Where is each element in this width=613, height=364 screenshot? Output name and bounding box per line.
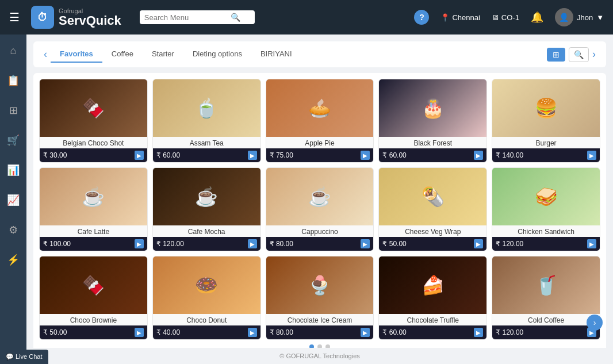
menu-item-name: Choco Brownie xyxy=(40,314,147,325)
add-to-cart-arrow[interactable]: ▶ xyxy=(361,151,370,160)
menu-item-price-bar: ₹ 50.00▶ xyxy=(40,325,147,339)
tabs-prev-button[interactable]: ‹ xyxy=(40,47,51,62)
menu-item-price-bar: ₹ 60.00▶ xyxy=(379,325,486,339)
sidebar-item-orders[interactable]: 📋 xyxy=(3,71,23,90)
menu-item-chocolate-truffle[interactable]: 🍰Chocolate Truffle₹ 60.00▶ xyxy=(378,256,487,340)
sidebar-item-charts[interactable]: 📈 xyxy=(3,190,23,210)
menu-item-price: ₹ 30.00 xyxy=(43,151,67,159)
tab-search-button[interactable]: 🔍 xyxy=(569,47,589,62)
footer-text: © GOFRUGAL Technologies xyxy=(279,352,360,359)
menu-item-cold-coffee[interactable]: 🥤Cold Coffee₹ 120.00▶ xyxy=(492,256,600,340)
menu-item-price: ₹ 75.00 xyxy=(270,151,293,159)
menu-item-apple-pie[interactable]: 🥧Apple Pie₹ 75.00▶ xyxy=(266,79,374,163)
add-to-cart-arrow[interactable]: ▶ xyxy=(587,151,596,160)
menu-item-price-bar: ₹ 120.00▶ xyxy=(492,237,600,251)
sidebar-item-cart[interactable]: 🛒 xyxy=(3,131,23,150)
menu-item-chicken-sandwich[interactable]: 🥪Chicken Sandwich₹ 120.00▶ xyxy=(492,167,600,251)
tabs-list: FavoritesCoffeeStarterDieting optionsBIR… xyxy=(51,46,301,63)
live-chat-icon: 💬 xyxy=(6,353,16,360)
menu-item-name: Assam Tea xyxy=(153,137,260,148)
tab-starter[interactable]: Starter xyxy=(143,46,183,63)
menu-item-choco-donut[interactable]: 🍩Choco Donut₹ 40.00▶ xyxy=(152,256,261,340)
menu-item-name: Chocolate Ice Cream xyxy=(266,314,374,325)
menu-item-assam-tea[interactable]: 🍵Assam Tea₹ 60.00▶ xyxy=(152,79,261,163)
tab-favorites[interactable]: Favorites xyxy=(51,46,102,63)
add-to-cart-arrow[interactable]: ▶ xyxy=(248,328,257,337)
sidebar-item-reports[interactable]: 📊 xyxy=(3,160,23,180)
sidebar-item-settings[interactable]: ⚙ xyxy=(5,220,21,240)
grid-view-button[interactable]: ⊞ xyxy=(547,48,565,62)
menu-item-choco-brownie[interactable]: 🍫Choco Brownie₹ 50.00▶ xyxy=(39,256,148,340)
menu-item-price: ₹ 120.00 xyxy=(156,240,184,248)
add-to-cart-arrow[interactable]: ▶ xyxy=(248,239,257,248)
menu-item-name: Apple Pie xyxy=(266,137,374,148)
add-to-cart-arrow[interactable]: ▶ xyxy=(474,239,483,248)
user-name: Jhon xyxy=(577,13,593,22)
menu-item-price: ₹ 140.00 xyxy=(496,151,523,159)
menu-item-price-bar: ₹ 80.00▶ xyxy=(266,325,374,339)
user-menu[interactable]: 👤 Jhon ▼ xyxy=(555,8,604,26)
menu-item-name: Chicken Sandwich xyxy=(492,225,600,237)
menu-item-price-bar: ₹ 140.00▶ xyxy=(492,148,600,162)
menu-item-name: Cappuccino xyxy=(266,225,374,237)
menu-item-price-bar: ₹ 30.00▶ xyxy=(40,148,147,162)
menu-item-price: ₹ 50.00 xyxy=(382,240,406,248)
menu-item-price: ₹ 80.00 xyxy=(270,240,293,248)
menu-item-price-bar: ₹ 60.00▶ xyxy=(379,148,486,162)
location-selector[interactable]: 📍 Chennai xyxy=(440,13,480,22)
notification-icon[interactable]: 🔔 xyxy=(531,11,543,24)
live-chat-button[interactable]: 💬 Live Chat xyxy=(0,350,48,364)
sidebar-item-home[interactable]: ⌂ xyxy=(7,41,20,60)
menu-item-name: Cold Coffee xyxy=(492,314,600,325)
menu-item-cappuccino[interactable]: ☕Cappuccino₹ 80.00▶ xyxy=(266,167,374,251)
menu-item-cheese-veg-wrap[interactable]: 🌯Cheese Veg Wrap₹ 50.00▶ xyxy=(378,167,487,251)
menu-item-price: ₹ 100.00 xyxy=(43,240,71,248)
tabs-next-button[interactable]: › xyxy=(589,47,599,62)
tab-coffee[interactable]: Coffee xyxy=(102,46,143,63)
menu-item-name: Belgian Choco Shot xyxy=(40,137,147,148)
menu-item-price-bar: ₹ 60.00▶ xyxy=(153,148,260,162)
menu-item-price: ₹ 60.00 xyxy=(156,151,180,159)
menu-item-burger[interactable]: 🍔Burger₹ 140.00▶ xyxy=(492,79,600,163)
search-input[interactable] xyxy=(144,13,231,22)
menu-item-price-bar: ₹ 80.00▶ xyxy=(266,237,374,251)
menu-item-price: ₹ 60.00 xyxy=(382,151,406,159)
add-to-cart-arrow[interactable]: ▶ xyxy=(248,151,257,160)
menu-item-price-bar: ₹ 75.00▶ xyxy=(266,148,374,162)
category-tabs: ‹ FavoritesCoffeeStarterDieting optionsB… xyxy=(33,41,606,67)
tab-biriyani[interactable]: BIRIYANI xyxy=(251,46,301,63)
add-to-cart-arrow[interactable]: ▶ xyxy=(135,239,144,248)
help-icon[interactable]: ? xyxy=(414,10,429,25)
nav-icons: ? 📍 Chennai 🖥 CO-1 🔔 👤 Jhon ▼ xyxy=(414,8,604,26)
add-to-cart-arrow[interactable]: ▶ xyxy=(135,151,144,160)
content-area: ‹ FavoritesCoffeeStarterDieting optionsB… xyxy=(26,35,613,364)
menu-item-cafe-mocha[interactable]: ☕Cafe Mocha₹ 120.00▶ xyxy=(152,167,261,251)
tab-dieting-options[interactable]: Dieting options xyxy=(183,46,251,63)
menu-item-cafe-latte[interactable]: ☕Cafe Latte₹ 100.00▶ xyxy=(39,167,148,251)
logo-text: Gofrugal ServQuick xyxy=(59,7,121,27)
menu-item-price-bar: ₹ 100.00▶ xyxy=(40,237,147,251)
terminal-selector[interactable]: 🖥 CO-1 xyxy=(492,13,519,22)
sidebar-item-filters[interactable]: ⚡ xyxy=(3,250,23,270)
menu-item-price-bar: ₹ 120.00▶ xyxy=(153,237,260,251)
add-to-cart-arrow[interactable]: ▶ xyxy=(474,151,483,160)
menu-item-price: ₹ 80.00 xyxy=(270,328,293,336)
add-to-cart-arrow[interactable]: ▶ xyxy=(474,328,483,337)
menu-grid: 🍫Belgian Choco Shot₹ 30.00▶🍵Assam Tea₹ 6… xyxy=(39,79,600,340)
search-bar[interactable]: 🔍 xyxy=(140,10,255,24)
menu-item-black-forest[interactable]: 🎂Black Forest₹ 60.00▶ xyxy=(378,79,487,163)
menu-item-price-bar: ₹ 40.00▶ xyxy=(153,325,260,339)
add-to-cart-arrow[interactable]: ▶ xyxy=(361,328,370,337)
menu-item-chocolate-ice-cream[interactable]: 🍨Chocolate Ice Cream₹ 80.00▶ xyxy=(266,256,374,340)
sidebar-item-table[interactable]: ⊞ xyxy=(6,101,21,120)
menu-item-belgian-choco-shot[interactable]: 🍫Belgian Choco Shot₹ 30.00▶ xyxy=(39,79,148,163)
menu-item-name: Cheese Veg Wrap xyxy=(379,225,486,237)
add-to-cart-arrow[interactable]: ▶ xyxy=(361,239,370,248)
menu-item-name: Cafe Mocha xyxy=(153,225,260,237)
hamburger-menu[interactable]: ☰ xyxy=(9,10,20,24)
sidebar: ⌂ 📋 ⊞ 🛒 📊 📈 ⚙ ⚡ xyxy=(0,35,26,364)
user-dropdown-icon: ▼ xyxy=(596,13,604,22)
add-to-cart-arrow[interactable]: ▶ xyxy=(587,239,596,248)
next-page-button[interactable]: › xyxy=(587,315,603,331)
add-to-cart-arrow[interactable]: ▶ xyxy=(135,328,144,337)
